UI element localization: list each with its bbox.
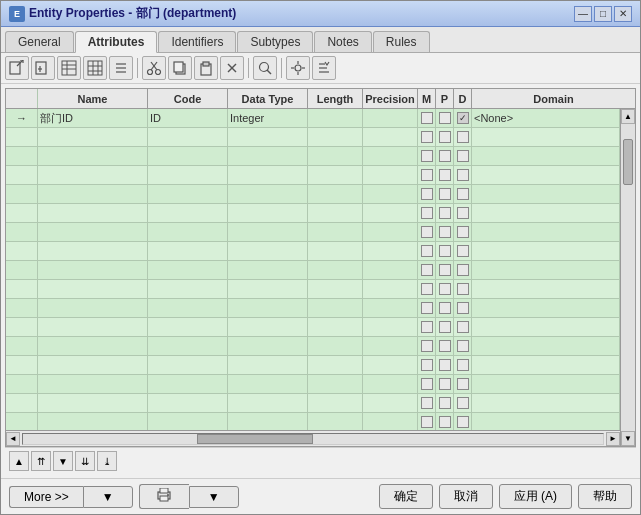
- print-dropdown-button[interactable]: ▼: [189, 486, 239, 508]
- table-checkbox-cell[interactable]: [436, 185, 454, 203]
- vertical-scrollbar[interactable]: ▲ ▼: [620, 109, 635, 446]
- copy-button[interactable]: [168, 56, 192, 80]
- more-dropdown-button[interactable]: ▼: [83, 486, 133, 508]
- table-row[interactable]: [6, 280, 620, 299]
- table-row[interactable]: [6, 394, 620, 413]
- checkbox[interactable]: [439, 131, 451, 143]
- v-scroll-up[interactable]: ▲: [621, 109, 635, 124]
- checkbox[interactable]: [439, 340, 451, 352]
- close-button[interactable]: ✕: [614, 6, 632, 22]
- table-checkbox-cell[interactable]: [436, 280, 454, 298]
- delete-button[interactable]: [220, 56, 244, 80]
- checkbox[interactable]: [439, 397, 451, 409]
- table-button[interactable]: [57, 56, 81, 80]
- table-checkbox-cell[interactable]: [418, 280, 436, 298]
- table-checkbox-cell[interactable]: [418, 147, 436, 165]
- table-checkbox-cell[interactable]: [454, 394, 472, 412]
- import-button[interactable]: ⤓: [97, 451, 117, 471]
- table-row[interactable]: [6, 261, 620, 280]
- checkbox[interactable]: [457, 169, 469, 181]
- maximize-button[interactable]: □: [594, 6, 612, 22]
- table-checkbox-cell[interactable]: [454, 147, 472, 165]
- checkbox[interactable]: [457, 359, 469, 371]
- checkbox[interactable]: [439, 188, 451, 200]
- table-checkbox-cell[interactable]: [436, 147, 454, 165]
- table-checkbox-cell[interactable]: [454, 375, 472, 393]
- table-row[interactable]: [6, 413, 620, 430]
- table-checkbox-cell[interactable]: [454, 356, 472, 374]
- table-checkbox-cell[interactable]: [436, 356, 454, 374]
- table-checkbox-cell[interactable]: [436, 204, 454, 222]
- checkbox[interactable]: [457, 150, 469, 162]
- table-row[interactable]: [6, 204, 620, 223]
- checkbox[interactable]: [457, 264, 469, 276]
- table-checkbox-cell[interactable]: [418, 128, 436, 146]
- table-checkbox-cell[interactable]: [436, 261, 454, 279]
- table-checkbox-cell[interactable]: [418, 356, 436, 374]
- checkbox[interactable]: [439, 245, 451, 257]
- table-checkbox-cell[interactable]: [436, 318, 454, 336]
- table-checkbox-cell[interactable]: [454, 337, 472, 355]
- table-checkbox-cell[interactable]: [418, 318, 436, 336]
- checkbox[interactable]: [457, 207, 469, 219]
- table-checkbox-cell[interactable]: [436, 394, 454, 412]
- table-checkbox-cell[interactable]: [436, 375, 454, 393]
- checkbox[interactable]: [457, 283, 469, 295]
- table-row[interactable]: [6, 299, 620, 318]
- table-row[interactable]: [6, 356, 620, 375]
- table-row[interactable]: [6, 128, 620, 147]
- checkbox[interactable]: [457, 416, 469, 428]
- new-row-button[interactable]: [5, 56, 29, 80]
- checkbox[interactable]: [421, 378, 433, 390]
- checkbox[interactable]: [457, 131, 469, 143]
- checkbox[interactable]: [439, 169, 451, 181]
- table-checkbox-cell[interactable]: [454, 223, 472, 241]
- tab-notes[interactable]: Notes: [314, 31, 371, 52]
- cut-button[interactable]: [142, 56, 166, 80]
- checkbox[interactable]: [421, 226, 433, 238]
- checkbox[interactable]: [421, 188, 433, 200]
- table-checkbox-cell[interactable]: [418, 204, 436, 222]
- checkbox[interactable]: [421, 112, 433, 124]
- table-checkbox-cell[interactable]: [418, 166, 436, 184]
- table-checkbox-cell[interactable]: [418, 109, 436, 127]
- table-row[interactable]: [6, 223, 620, 242]
- more-button[interactable]: More >>: [9, 486, 83, 508]
- checkbox[interactable]: [421, 397, 433, 409]
- table-row[interactable]: [6, 337, 620, 356]
- table-checkbox-cell[interactable]: [454, 280, 472, 298]
- checkbox[interactable]: [421, 245, 433, 257]
- tab-general[interactable]: General: [5, 31, 74, 52]
- table-checkbox-cell[interactable]: [418, 223, 436, 241]
- move-top-button[interactable]: ⇈: [31, 451, 51, 471]
- table-checkbox-cell[interactable]: [418, 337, 436, 355]
- table-row[interactable]: [6, 318, 620, 337]
- table-checkbox-cell[interactable]: [418, 394, 436, 412]
- table-checkbox-cell[interactable]: [436, 413, 454, 430]
- table-checkbox-cell[interactable]: [454, 413, 472, 430]
- checkbox[interactable]: [457, 378, 469, 390]
- table-checkbox-cell[interactable]: [454, 166, 472, 184]
- sort-button[interactable]: [312, 56, 336, 80]
- table-checkbox-cell[interactable]: [454, 185, 472, 203]
- table-row[interactable]: →部门IDIDInteger✓<None>: [6, 109, 620, 128]
- table-checkbox-cell[interactable]: ✓: [454, 109, 472, 127]
- table-row[interactable]: [6, 166, 620, 185]
- checkbox[interactable]: [457, 321, 469, 333]
- horizontal-scrollbar[interactable]: ◄ ►: [6, 430, 620, 446]
- apply-button[interactable]: 应用 (A): [499, 484, 572, 509]
- checkbox[interactable]: [439, 112, 451, 124]
- table-row[interactable]: [6, 147, 620, 166]
- table-checkbox-cell[interactable]: [418, 261, 436, 279]
- h-scroll-left[interactable]: ◄: [6, 432, 20, 446]
- table-checkbox-cell[interactable]: [436, 242, 454, 260]
- checkbox[interactable]: [439, 283, 451, 295]
- checkbox[interactable]: [439, 416, 451, 428]
- table-checkbox-cell[interactable]: [454, 128, 472, 146]
- list-button[interactable]: [109, 56, 133, 80]
- insert-button[interactable]: [31, 56, 55, 80]
- move-down-button[interactable]: ▼: [53, 451, 73, 471]
- checkbox[interactable]: [421, 207, 433, 219]
- help-button[interactable]: 帮助: [578, 484, 632, 509]
- table-row[interactable]: [6, 375, 620, 394]
